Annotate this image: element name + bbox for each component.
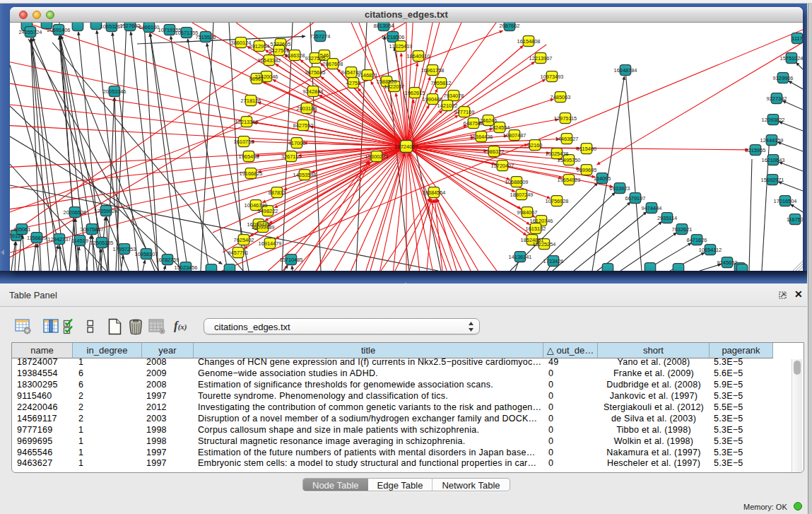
svg-text:12213967: 12213967 [529, 55, 553, 62]
svg-text:9245652: 9245652 [717, 259, 738, 266]
svg-text:1156829: 1156829 [27, 235, 47, 241]
svg-text:6466160: 6466160 [139, 24, 160, 30]
svg-text:8471626: 8471626 [687, 237, 707, 243]
svg-text:20691406: 20691406 [47, 27, 71, 33]
svg-text:10807487: 10807487 [503, 132, 526, 139]
svg-text:19654923: 19654923 [558, 177, 581, 183]
svg-text:5498222: 5498222 [258, 208, 278, 214]
svg-text:19384554: 19384554 [423, 189, 446, 196]
svg-text:17359924: 17359924 [95, 208, 118, 214]
svg-text:16782759: 16782759 [156, 257, 180, 263]
svg-text:14353594: 14353594 [293, 172, 317, 178]
svg-text:1610755: 1610755 [234, 139, 254, 145]
svg-text:9129966: 9129966 [773, 75, 794, 81]
svg-text:3267110: 3267110 [281, 153, 301, 160]
svg-text:16914479: 16914479 [259, 240, 282, 247]
svg-text:42752: 42752 [346, 80, 361, 86]
svg-text:2935114: 2935114 [657, 215, 677, 221]
svg-text:16154808: 16154808 [517, 38, 541, 45]
svg-text:12505135: 12505135 [90, 240, 114, 246]
svg-text:12942737: 12942737 [48, 236, 71, 243]
svg-text:7485063: 7485063 [551, 94, 571, 100]
svg-text:8813054: 8813054 [374, 23, 394, 29]
svg-text:15023456: 15023456 [175, 264, 198, 271]
svg-text:746246: 746246 [480, 117, 498, 124]
svg-text:3875685: 3875685 [305, 69, 326, 76]
svg-text:16210643: 16210643 [762, 157, 785, 163]
svg-text:887833: 887833 [269, 189, 286, 196]
svg-text:15720407: 15720407 [491, 163, 514, 169]
svg-text:7632621: 7632621 [672, 226, 693, 233]
svg-text:12975115: 12975115 [554, 115, 577, 122]
svg-text:546: 546 [320, 52, 329, 59]
svg-text:2803144: 2803144 [297, 105, 317, 112]
svg-text:19166825: 19166825 [240, 170, 263, 177]
svg-text:7515526: 7515526 [196, 34, 216, 40]
svg-text:1990448: 1990448 [423, 96, 443, 103]
svg-text:9242848: 9242848 [303, 88, 324, 95]
svg-text:10654112: 10654112 [699, 247, 722, 253]
svg-text:1421022: 1421022 [437, 103, 458, 109]
svg-text:164095: 164095 [594, 175, 611, 182]
svg-text:2718126: 2718126 [241, 98, 261, 104]
svg-text:16120746: 16120746 [530, 218, 553, 224]
svg-text:9699695: 9699695 [577, 167, 597, 173]
svg-text:15300273: 15300273 [365, 153, 389, 160]
svg-text:8186328: 8186328 [285, 52, 305, 59]
svg-text:20053346: 20053346 [103, 88, 126, 95]
svg-text:12444159: 12444159 [760, 137, 784, 144]
svg-text:6679197: 6679197 [625, 195, 646, 201]
svg-text:7986322: 7986322 [484, 148, 505, 155]
svg-text:19218506: 19218506 [382, 34, 405, 40]
svg-text:13325419: 13325419 [389, 43, 413, 49]
svg-text:20206536: 20206536 [64, 209, 87, 216]
svg-text:16961758: 16961758 [421, 67, 445, 74]
svg-text:1322057: 1322057 [384, 83, 405, 90]
svg-text:10958107: 10958107 [135, 251, 158, 257]
svg-text:2867608: 2867608 [323, 61, 343, 67]
svg-text:9115460: 9115460 [577, 146, 596, 152]
svg-text:17957253: 17957253 [113, 246, 136, 252]
svg-text:10688609: 10688609 [505, 179, 529, 185]
svg-text:10756928: 10756928 [546, 198, 569, 204]
svg-text:8427552: 8427552 [293, 122, 314, 129]
svg-text:24055724: 24055724 [19, 29, 42, 35]
svg-text:15225254: 15225254 [533, 241, 556, 247]
svg-text:16543382: 16543382 [258, 57, 281, 64]
svg-text:7955812: 7955812 [431, 80, 452, 86]
svg-text:6933923: 6933923 [610, 185, 630, 192]
svg-text:1962615: 1962615 [405, 90, 425, 96]
svg-text:10671355: 10671355 [175, 30, 199, 36]
svg-text:15751024: 15751024 [780, 55, 803, 62]
svg-text:9474444: 9474444 [642, 205, 662, 211]
svg-text:62160: 62160 [528, 142, 543, 148]
svg-text:7934078: 7934078 [444, 93, 464, 99]
svg-text:2087662: 2087662 [500, 23, 520, 29]
svg-text:9984067: 9984067 [517, 209, 538, 216]
svg-text:417006: 417006 [288, 140, 306, 146]
svg-text:17016504: 17016504 [774, 198, 797, 204]
svg-text:1615132: 1615132 [526, 226, 546, 232]
svg-text:30975867: 30975867 [81, 226, 104, 233]
svg-text:16648784: 16648784 [614, 67, 637, 74]
svg-text:10025438: 10025438 [546, 151, 569, 157]
svg-text:3912954: 3912954 [249, 43, 270, 49]
svg-text:116753: 116753 [787, 216, 803, 223]
svg-text:21364436: 21364436 [470, 134, 493, 140]
svg-text:9146821: 9146821 [358, 72, 378, 78]
svg-text:98961: 98961 [249, 76, 264, 82]
svg-text:5322605: 5322605 [271, 41, 291, 47]
svg-text:12213369: 12213369 [235, 119, 259, 125]
svg-text:16099489: 16099489 [252, 224, 275, 230]
svg-text:14136141: 14136141 [509, 254, 532, 260]
svg-text:18807249: 18807249 [510, 192, 534, 198]
svg-text:7625402: 7625402 [234, 237, 254, 243]
svg-text:435061: 435061 [13, 226, 31, 233]
svg-text:1527602: 1527602 [120, 23, 141, 29]
svg-text:1733426: 1733426 [543, 258, 564, 264]
svg-text:39154: 39154 [10, 233, 23, 239]
svg-text:1965498: 1965498 [239, 153, 259, 160]
svg-text:3860124: 3860124 [231, 40, 252, 46]
svg-text:9457791: 9457791 [228, 250, 249, 256]
svg-text:15710485: 15710485 [280, 257, 303, 263]
